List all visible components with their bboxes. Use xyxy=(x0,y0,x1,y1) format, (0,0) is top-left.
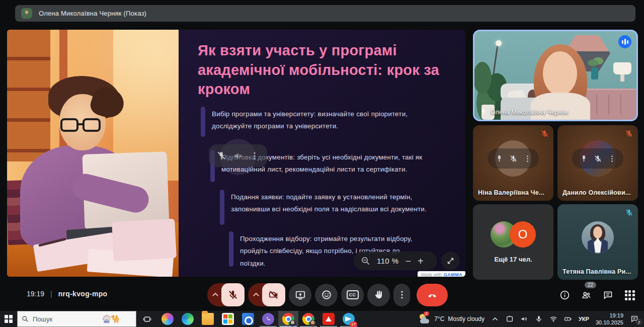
clock-time: 19:19 xyxy=(596,312,623,319)
more-options-icon[interactable] xyxy=(523,154,532,163)
taskbar-outlook[interactable] xyxy=(238,311,258,327)
meeting-details-button[interactable] xyxy=(559,290,570,300)
taskbar-search-input[interactable]: Пошук 🎡🐪 xyxy=(17,311,136,327)
taskbar-weather[interactable]: 2 7°C Mostly cloudy xyxy=(419,313,485,324)
meet-window: Олена Миколаївна Черняк (Показ) xyxy=(0,0,644,327)
video-tile-participant[interactable]: Данило Олексійови... xyxy=(557,125,638,201)
search-placeholder: Пошук xyxy=(33,315,52,323)
mic-options-chevron[interactable] xyxy=(211,290,220,299)
call-controls: CC xyxy=(207,283,448,306)
video-tile-presenter[interactable]: Олена Миколаївна Черняк xyxy=(473,30,638,121)
pin-icon[interactable] xyxy=(495,154,504,163)
slide-bullet-1: Вибір програми та університету: визначай… xyxy=(201,107,429,137)
presenter-name-tag: Олена Миколаївна Черняк xyxy=(479,108,568,116)
telegram-unread-badge: 17 xyxy=(350,321,357,327)
presenter-avatar xyxy=(21,8,32,19)
raise-hand-button[interactable] xyxy=(367,284,390,306)
taskbar-viber[interactable] xyxy=(258,311,278,327)
decor xyxy=(620,74,624,81)
fullscreen-expand-button[interactable] xyxy=(441,252,460,270)
photo-paper xyxy=(112,219,177,261)
microphone-icon[interactable] xyxy=(535,315,543,323)
more-participants-label: Ещё 17 чел. xyxy=(473,256,553,263)
unpin-icon[interactable] xyxy=(216,151,226,161)
video-tile-participant[interactable]: Тетяна Павлівна Ри... xyxy=(557,204,638,280)
taskbar-store[interactable] xyxy=(218,311,238,327)
activities-button[interactable] xyxy=(624,290,635,300)
decor xyxy=(613,62,631,74)
present-screen-button[interactable] xyxy=(289,284,311,306)
taskbar-acrobat[interactable] xyxy=(318,311,339,327)
mic-off-icon[interactable] xyxy=(594,154,602,163)
wifi-icon[interactable] xyxy=(549,315,557,323)
windows-logo-icon xyxy=(5,315,13,323)
taskbar-chrome-2[interactable] xyxy=(298,311,318,327)
presenting-banner[interactable]: Олена Миколаївна Черняк (Показ) xyxy=(15,5,635,22)
grid-icon xyxy=(625,290,635,300)
more-options-icon[interactable] xyxy=(608,154,616,163)
tile-hover-controls xyxy=(488,148,539,169)
made-with-gamma-badge[interactable]: Made with GAMMA xyxy=(418,271,465,277)
weather-condition: Mostly cloudy xyxy=(448,315,485,322)
more-options-icon[interactable] xyxy=(250,151,260,161)
slide-content: Як взяти участь у програмі академічної м… xyxy=(179,30,465,277)
audio-off-icon[interactable] xyxy=(233,151,243,161)
badge-prefix: Made with xyxy=(421,272,442,277)
muted-mic-icon xyxy=(625,208,633,217)
pin-icon[interactable] xyxy=(580,154,588,163)
chrome-icon xyxy=(282,313,294,325)
reactions-button[interactable] xyxy=(315,284,338,306)
video-tile-participant[interactable]: Ніна Валеріївна Че... xyxy=(473,125,553,201)
more-options-button[interactable] xyxy=(393,284,410,306)
taskbar-telegram[interactable]: 17 xyxy=(339,311,359,327)
weather-temp: 7°C xyxy=(434,315,444,322)
taskbar-clock[interactable]: 19:19 30.10.2025 xyxy=(596,312,623,326)
camera-control-group xyxy=(248,283,285,306)
captions-button[interactable]: CC xyxy=(341,284,364,306)
muted-mic-icon xyxy=(540,129,549,138)
more-participants-tile[interactable]: О Ещё 17 чел. xyxy=(473,204,553,280)
taskbar-edge[interactable] xyxy=(178,311,198,327)
participant-name: Олена Миколаївна Черняк xyxy=(491,109,568,116)
profile-avatar xyxy=(289,320,296,326)
acrobat-icon xyxy=(323,313,335,325)
mic-off-button[interactable] xyxy=(221,283,245,306)
end-call-button[interactable] xyxy=(417,284,448,306)
participant-name: Данило Олексійови... xyxy=(562,189,631,196)
taskbar-chrome-active[interactable] xyxy=(278,311,298,327)
task-view-button[interactable] xyxy=(136,311,157,327)
taskbar-explorer[interactable] xyxy=(198,311,218,327)
muted-mic-icon xyxy=(625,129,633,138)
slide-photo-student xyxy=(7,30,179,277)
chat-button[interactable] xyxy=(603,290,613,300)
viber-icon xyxy=(262,313,274,325)
file-explorer-icon xyxy=(202,313,214,325)
weather-alert-badge: 2 xyxy=(424,311,429,316)
slide-title: Як взяти участь у програмі академічної м… xyxy=(198,41,449,99)
bullet-text: Вибір програми та університету: визначай… xyxy=(212,107,429,137)
participant-avatar-letter: О xyxy=(510,221,536,248)
taskbar-copilot[interactable] xyxy=(157,311,178,327)
decor xyxy=(584,95,632,115)
mic-off-icon[interactable] xyxy=(509,154,518,163)
volume-icon[interactable] xyxy=(520,315,528,323)
decor xyxy=(591,67,598,79)
start-button[interactable] xyxy=(0,311,17,327)
tray-app-icon[interactable] xyxy=(506,315,514,323)
participants-button[interactable]: 22 xyxy=(581,290,592,300)
meeting-code: nrq-kvog-mpo xyxy=(58,290,108,298)
notification-count-badge: 2 xyxy=(636,319,642,325)
camera-options-chevron[interactable] xyxy=(252,290,261,299)
tray-chevron-icon[interactable] xyxy=(491,315,499,323)
language-indicator[interactable]: УКР xyxy=(579,316,589,322)
zoom-minus-button[interactable]: − xyxy=(405,256,411,266)
camera-off-button[interactable] xyxy=(262,283,285,306)
zoom-out-icon[interactable] xyxy=(361,256,370,266)
presenter-video-person xyxy=(543,51,577,96)
meeting-info: 19:19 | nrq-kvog-mpo xyxy=(27,290,107,298)
zoom-plus-button[interactable]: + xyxy=(418,256,424,266)
action-center-icon[interactable]: 2 xyxy=(630,315,639,323)
zoom-level-value: 110 % xyxy=(377,257,398,265)
mic-control-group xyxy=(207,283,245,306)
battery-icon[interactable] xyxy=(564,315,572,323)
